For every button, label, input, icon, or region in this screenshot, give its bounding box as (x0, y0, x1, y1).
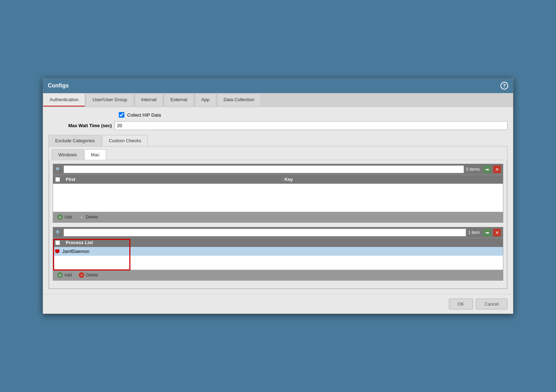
process-table-section: 🔍 1 item ➡ ✕ Process List (53, 227, 503, 281)
ok-button[interactable]: OK (449, 299, 473, 309)
sub-tab-panel: Windows Mac 🔍 0 items ➡ ✕ (49, 146, 507, 289)
mac-panel-content: 🔍 0 items ➡ ✕ Plist Key (49, 160, 507, 289)
process-empty-space (53, 256, 503, 270)
plist-col-plist: Plist (64, 177, 282, 182)
dialog-footer: OK Cancel (43, 294, 513, 314)
process-table-footer: + Add − Delete (53, 270, 503, 280)
process-add-button[interactable]: + Add (56, 272, 73, 279)
process-delete-button[interactable]: − Delete (77, 272, 99, 279)
form-area: Collect HIP Data Max Wait Time (sec) Exc… (43, 107, 513, 294)
tab-internal[interactable]: Internal (135, 93, 163, 106)
collect-hip-checkbox[interactable] (119, 112, 124, 118)
process-items-count: 1 item (468, 230, 480, 235)
plist-search-input[interactable] (64, 165, 464, 173)
plist-clear-btn[interactable]: ✕ (493, 165, 501, 173)
plist-add-button[interactable]: + Add (56, 214, 73, 221)
process-table-body: JamfDaemon (53, 247, 503, 270)
cancel-button[interactable]: Cancel (476, 299, 507, 309)
dialog-title: Configs (48, 83, 69, 89)
process-arrow-btn[interactable]: ➡ (483, 229, 491, 236)
process-row-flag (55, 249, 59, 254)
tab-user-user-group[interactable]: User/User Group (86, 93, 134, 106)
plist-table-footer: + Add − Delete (53, 212, 503, 222)
plist-search-row: 🔍 0 items ➡ ✕ (53, 164, 503, 175)
main-tabs: Authentication User/User Group Internal … (43, 93, 513, 107)
tab-data-collection[interactable]: Data Collection (217, 93, 261, 106)
max-wait-row: Max Wait Time (sec) (49, 121, 507, 130)
sub-tab-custom-checks[interactable]: Custom Checks (102, 135, 148, 146)
tab-authentication[interactable]: Authentication (43, 93, 85, 106)
inner-tabs: Windows Mac (49, 146, 507, 160)
collect-hip-row: Collect HIP Data (49, 112, 507, 118)
max-wait-label: Max Wait Time (sec) (49, 123, 112, 128)
plist-delete-button[interactable]: − Delete (77, 214, 99, 221)
plist-arrow-btn[interactable]: ➡ (483, 165, 491, 173)
plist-select-all[interactable] (55, 177, 64, 182)
process-add-icon: + (57, 272, 63, 278)
plist-add-icon: + (57, 214, 63, 220)
process-search-input[interactable] (64, 229, 466, 236)
process-clear-btn[interactable]: ✕ (493, 229, 501, 236)
sub-tabs: Exclude Categories Custom Checks (49, 135, 507, 146)
process-table-header: Process List (53, 238, 503, 247)
max-wait-input[interactable] (115, 121, 507, 130)
sub-tab-exclude-categories[interactable]: Exclude Categories (49, 135, 102, 146)
plist-search-icon: 🔍 (55, 166, 62, 172)
process-col-header: Process List (64, 240, 93, 245)
inner-tab-windows[interactable]: Windows (52, 149, 84, 160)
configs-dialog: Configs ? Authentication User/User Group… (43, 78, 513, 314)
plist-table-header: Plist Key (53, 175, 503, 184)
process-select-all[interactable] (55, 240, 64, 245)
titlebar: Configs ? (43, 78, 513, 93)
tab-app[interactable]: App (195, 93, 216, 106)
plist-col-key: Key (282, 177, 501, 182)
plist-table-section: 🔍 0 items ➡ ✕ Plist Key (53, 164, 503, 223)
plist-delete-icon: − (79, 214, 84, 220)
process-delete-icon: − (79, 272, 84, 278)
plist-items-count: 0 items (466, 167, 480, 172)
process-search-row: 🔍 1 item ➡ ✕ (53, 227, 503, 238)
collect-hip-label: Collect HIP Data (127, 112, 161, 118)
plist-table-body (53, 184, 503, 212)
help-icon[interactable]: ? (500, 82, 508, 90)
tab-external[interactable]: External (164, 93, 194, 106)
inner-tab-mac[interactable]: Mac (84, 149, 106, 160)
process-table-row[interactable]: JamfDaemon (53, 247, 503, 256)
process-search-icon: 🔍 (55, 229, 62, 236)
